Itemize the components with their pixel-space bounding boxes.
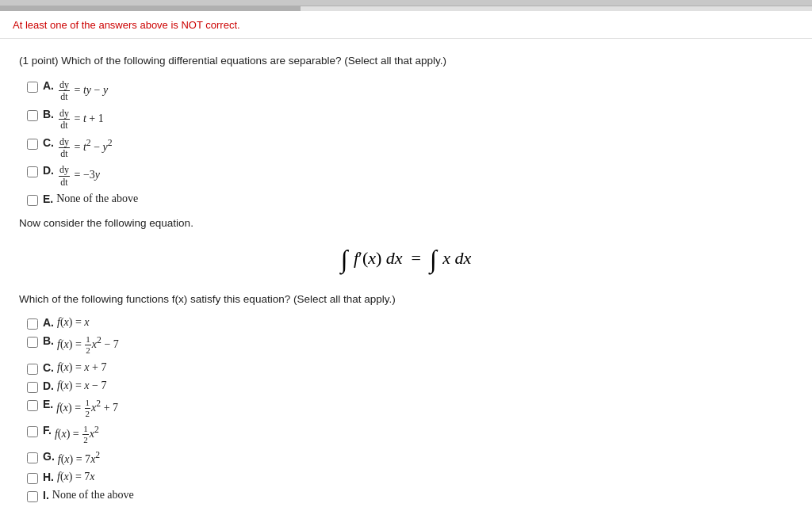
checkbox-q2-d[interactable] — [27, 382, 38, 393]
option-label-q1-c: C. — [43, 136, 54, 149]
consider-text: Now consider the following equation. — [19, 217, 793, 229]
question2-options: A. f(x) = x B. f(x) = 12x2 − 7 C. f(x) =… — [19, 316, 793, 502]
option-label-q2-g: G. — [43, 450, 55, 463]
option-label-q2-f: F. — [43, 424, 52, 437]
error-banner: At least one of the answers above is NOT… — [0, 11, 812, 39]
checkbox-q1-e[interactable] — [27, 195, 38, 206]
math-q2-d: f(x) = x − 7 — [57, 379, 106, 392]
option-label-q2-a: A. — [43, 316, 54, 329]
checkbox-q2-c[interactable] — [27, 364, 38, 375]
checkbox-q1-a[interactable] — [27, 82, 38, 93]
option-label-q1-b: B. — [43, 108, 54, 120]
math-q2-i: None of the above — [52, 489, 134, 501]
math-q1-c: dydt = t2 − y2 — [57, 136, 113, 160]
math-q1-e: None of the above — [56, 193, 138, 205]
checkbox-q2-i[interactable] — [27, 491, 38, 502]
list-item: A. dydt = ty − y — [27, 79, 793, 103]
option-label-q2-i: I. — [43, 489, 49, 501]
checkbox-q2-f[interactable] — [27, 426, 38, 437]
list-item: H. f(x) = 7x — [27, 471, 793, 484]
list-item: B. f(x) = 12x2 − 7 — [27, 334, 793, 356]
checkbox-q1-d[interactable] — [27, 166, 38, 177]
checkbox-q1-b[interactable] — [27, 110, 38, 121]
integral-sign-left: ∫ — [341, 245, 348, 273]
integral-sign-right: ∫ — [430, 245, 437, 273]
list-item: F. f(x) = 12x2 — [27, 424, 793, 445]
list-item: E. f(x) = 12x2 + 7 — [27, 398, 793, 419]
list-item: C. f(x) = x + 7 — [27, 361, 793, 375]
list-item: D. dydt = −3y — [27, 164, 793, 188]
math-q2-e: f(x) = 12x2 + 7 — [56, 398, 118, 419]
list-item: G. f(x) = 7x2 — [27, 450, 793, 466]
checkbox-q2-g[interactable] — [27, 452, 38, 463]
question1-header: (1 point) Which of the following differe… — [19, 55, 793, 67]
option-label-q2-h: H. — [43, 471, 54, 483]
option-label-q1-e: E. — [43, 193, 53, 205]
error-text: At least one of the answers above is NOT… — [13, 19, 240, 31]
option-label-q2-e: E. — [43, 398, 53, 410]
checkbox-q2-b[interactable] — [27, 337, 38, 348]
math-q2-c: f(x) = x + 7 — [57, 361, 106, 374]
math-q2-b: f(x) = 12x2 − 7 — [57, 334, 119, 356]
option-label-q2-b: B. — [43, 334, 54, 347]
checkbox-q2-a[interactable] — [27, 318, 38, 330]
math-q2-h: f(x) = 7x — [57, 471, 95, 483]
list-item: E. None of the above — [27, 193, 793, 206]
list-item: B. dydt = t + 1 — [27, 108, 793, 132]
list-item: I. None of the above — [27, 489, 793, 502]
option-label-q2-d: D. — [43, 379, 54, 392]
list-item: D. f(x) = x − 7 — [27, 379, 793, 393]
list-item: C. dydt = t2 − y2 — [27, 136, 793, 160]
checkbox-q1-c[interactable] — [27, 139, 38, 150]
math-q1-a: dydt = ty − y — [57, 79, 108, 103]
question1-options: A. dydt = ty − y B. dydt = t + 1 C. dydt… — [19, 79, 793, 206]
list-item: A. f(x) = x — [27, 316, 793, 330]
math-q2-f: f(x) = 12x2 — [55, 424, 99, 445]
checkbox-q2-h[interactable] — [27, 473, 38, 484]
option-label-q2-c: C. — [43, 361, 54, 374]
math-q1-d: dydt = −3y — [57, 164, 100, 188]
integral-equation: ∫ f′(x) dx = ∫ x dx — [19, 245, 793, 274]
option-label-q1-d: D. — [43, 164, 54, 177]
math-q2-a: f(x) = x — [57, 316, 90, 329]
top-bar — [0, 0, 812, 6]
math-q2-g: f(x) = 7x2 — [58, 450, 100, 466]
question2-header: Which of the following functions f(x) sa… — [19, 293, 793, 305]
option-label-q1-a: A. — [43, 79, 54, 92]
checkbox-q2-e[interactable] — [27, 400, 38, 411]
main-content: (1 point) Which of the following differe… — [0, 39, 812, 511]
math-q1-b: dydt = t + 1 — [57, 108, 104, 132]
